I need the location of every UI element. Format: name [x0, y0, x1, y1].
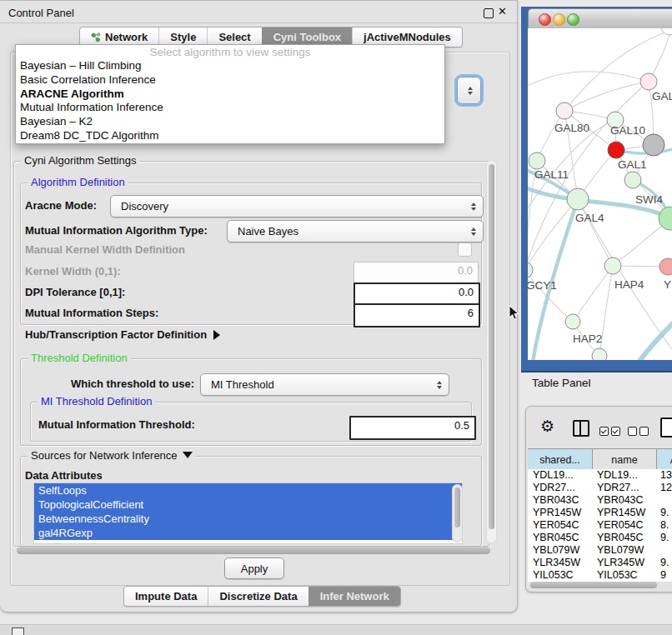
network-node[interactable]: [529, 152, 545, 169]
tab-label: Style: [170, 31, 196, 43]
columns-icon[interactable]: [573, 420, 589, 437]
cell: YDR27...: [592, 482, 655, 494]
attribute-item-betweennesscentrality[interactable]: BetweennessCentrality: [34, 512, 462, 526]
tab-discretize-data[interactable]: Discretize Data: [208, 587, 308, 606]
which-threshold-label: Which threshold to use:: [71, 378, 194, 390]
cell: YIL053C: [592, 569, 655, 582]
attribute-item-topologicalcoefficient[interactable]: TopologicalCoefficient: [34, 498, 462, 512]
combo-arrows-icon: [437, 381, 442, 389]
bottom-strip: [0, 624, 672, 635]
network-edge[interactable]: [528, 72, 649, 88]
network-node[interactable]: [565, 314, 580, 329]
node-label-gal1: GAL1: [618, 158, 647, 171]
table-horizontal-scrollbar[interactable]: [530, 582, 657, 588]
network-edge-highlighted[interactable]: [638, 322, 672, 360]
sources-toggle[interactable]: Sources for Network Inference: [28, 449, 196, 462]
tab-label: Impute Data: [135, 590, 197, 602]
cell: YDL19...: [528, 469, 592, 482]
network-node[interactable]: [608, 142, 624, 158]
aracne-mode-select[interactable]: Discovery: [110, 195, 484, 218]
algorithm-option-dream8-dc-tdc-algorithm[interactable]: Dream8 DC_TDC Algorithm: [16, 129, 444, 143]
export-table-icon[interactable]: [660, 418, 672, 438]
column-header-a[interactable]: A: [657, 449, 672, 470]
close-icon[interactable]: ✕: [498, 5, 507, 18]
algorithm-option-aracne-algorithm[interactable]: ARACNE Algorithm: [16, 88, 444, 102]
algorithm-combo-arrows[interactable]: [457, 77, 481, 104]
table-row[interactable]: YDR27...YDR27...12: [528, 482, 672, 494]
float-window-icon[interactable]: [484, 8, 494, 18]
algorithm-option-basic-correlation-inference[interactable]: Basic Correlation Inference: [16, 73, 444, 88]
horizontal-scrollbar[interactable]: [17, 547, 490, 554]
cell: YBL079W: [528, 544, 592, 557]
node-label-gal80: GAL80: [554, 122, 589, 134]
mi-threshold-field[interactable]: 0.5: [349, 416, 476, 440]
table-panel-title: Table Panel: [532, 377, 591, 389]
network-node[interactable]: [556, 102, 573, 119]
table-row[interactable]: YDL19...YDL19...13: [528, 469, 672, 482]
mi-type-select[interactable]: Naive Bayes: [227, 220, 484, 242]
table-row[interactable]: YIL053CYIL053C9: [528, 569, 672, 582]
hide-columns-icon[interactable]: [628, 424, 651, 439]
column-header-shared[interactable]: shared...: [528, 449, 593, 470]
table-row[interactable]: YBR043CYBR043C: [528, 494, 672, 507]
node-label-gal11: GAL11: [534, 168, 569, 181]
network-node[interactable]: [528, 262, 533, 278]
gear-icon[interactable]: ⚙: [540, 417, 554, 436]
table-row[interactable]: YER054CYER054C8.: [528, 519, 672, 532]
network-node[interactable]: [640, 73, 657, 90]
algorithm-option-mutual-information-inference[interactable]: Mutual Information Inference: [16, 101, 444, 115]
which-threshold-select[interactable]: MI Threshold: [200, 373, 449, 396]
tab-infer-network[interactable]: Infer Network: [308, 587, 400, 606]
network-node[interactable]: [592, 348, 607, 360]
network-view-canvas[interactable]: GALGAL80GAL10GAL1SWI4GAL11GAL4GCY1HAP4YH…: [528, 28, 672, 360]
algorithm-options-list: Bayesian – Hill ClimbingBasic Correlatio…: [16, 59, 444, 143]
collapsed-arrow-icon: [213, 330, 220, 340]
attribute-item-selfloops[interactable]: SelfLoops: [34, 483, 462, 498]
network-edge[interactable]: [573, 266, 613, 322]
apply-button[interactable]: Apply: [224, 558, 284, 579]
cell: YBR045C: [592, 532, 655, 544]
algorithm-dropdown-popup: Select algorithm to view settings Bayesi…: [15, 44, 445, 144]
cell: [655, 544, 672, 557]
cell: YER054C: [592, 519, 655, 532]
network-edge[interactable]: [528, 270, 573, 322]
close-traffic-light[interactable]: [539, 13, 551, 26]
network-node[interactable]: [643, 134, 664, 156]
kernel-width-field[interactable]: 0.0: [354, 262, 479, 283]
network-node[interactable]: [659, 258, 672, 275]
attribute-item-gal4rgexp[interactable]: gal4RGexp: [34, 526, 462, 540]
control-panel-window: Control Panel ✕ NetworkStyleSelectCyni T…: [0, 0, 518, 612]
network-window-titlebar[interactable]: [528, 8, 672, 30]
settings-scrollbar[interactable]: [486, 160, 497, 543]
mi-type-label: Mutual Information Algorithm Type:: [25, 224, 208, 237]
hub-definition-toggle[interactable]: Hub/Transcription Factor Definition: [25, 328, 220, 341]
table-row[interactable]: YBL079WYBL079W: [528, 544, 672, 557]
network-node[interactable]: [624, 172, 641, 188]
tab-impute-data[interactable]: Impute Data: [124, 587, 208, 606]
kernel-width-label: Kernel Width (0,1):: [25, 265, 121, 278]
collapsed-panel-icon[interactable]: [12, 628, 24, 635]
cell: YIL053C: [528, 569, 592, 582]
show-columns-icon[interactable]: [599, 424, 623, 439]
cell: YER054C: [528, 519, 592, 532]
data-attributes-list[interactable]: SelfLoopsTopologicalCoefficientBetweenne…: [33, 482, 463, 544]
network-edge[interactable]: [528, 199, 578, 270]
zoom-traffic-light[interactable]: [567, 13, 579, 26]
table-row[interactable]: YBR045CYBR045C9.: [528, 532, 672, 544]
table-row[interactable]: YPR145WYPR145W9.: [528, 507, 672, 519]
table-header-row: shared...nameA: [528, 448, 672, 470]
algorithm-option-bayesian-hill-climbing[interactable]: Bayesian – Hill Climbing: [16, 59, 444, 73]
minimize-traffic-light[interactable]: [553, 13, 565, 26]
mi-steps-field[interactable]: 6: [354, 303, 480, 328]
cell: 8.: [655, 519, 672, 532]
manual-kernel-checkbox[interactable]: [458, 242, 472, 257]
table-row[interactable]: YLR345WYLR345W9.: [528, 557, 672, 569]
algorithm-option-bayesian-k2[interactable]: Bayesian – K2: [16, 115, 444, 129]
network-node[interactable]: [567, 188, 589, 210]
titlebar-divider: [0, 22, 517, 23]
cell: 9.: [655, 532, 672, 544]
table-body: YDL19...YDL19...13YDR27...YDR27...12YBR0…: [528, 469, 672, 582]
column-header-name[interactable]: name: [593, 449, 657, 470]
list-scrollbar[interactable]: [452, 484, 463, 542]
network-node[interactable]: [604, 258, 621, 274]
